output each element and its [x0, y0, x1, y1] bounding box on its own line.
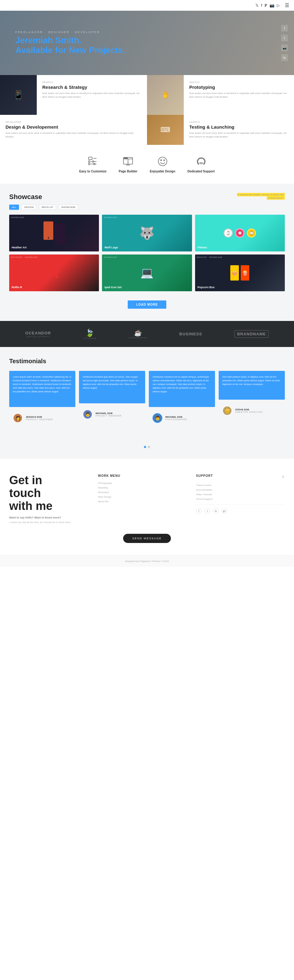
contact-col2-item-3: Illustration [98, 491, 187, 494]
contact-heading: Get in touch with me [9, 474, 89, 512]
send-message-button[interactable]: SEND MESSAGE [123, 534, 171, 543]
testimonials-section: Testimonials Lorem ipsum dolor sit amet,… [0, 347, 294, 459]
service-tag-1: SEARCH [42, 81, 141, 83]
showcase-item-wolf-logo[interactable]: SHOWCASE 🐺 Wolf Logo [102, 215, 192, 251]
testimonial-text-3: Vestibulum maximus est eu sapien tempus,… [153, 375, 211, 393]
contact-col2-item-5: About Me [98, 500, 187, 503]
svg-point-5 [92, 161, 94, 162]
page-builder-icon [122, 156, 134, 167]
hero-content: FREELANCER · DESIGNER · DEVELOPER Jeremi… [0, 21, 140, 64]
service-title-1: Research & Strategy [42, 84, 141, 90]
svg-rect-0 [89, 157, 92, 159]
service-img-prototyping: ✋ [147, 75, 184, 115]
pinterest-nav-icon[interactable]: 𝐏 [265, 3, 267, 8]
dot-1[interactable] [144, 446, 146, 448]
contact-col2-item-1: Photography [98, 482, 187, 485]
svg-point-13 [127, 158, 127, 158]
filter-mockup[interactable]: MOCK-UP [39, 205, 56, 210]
contact-grid: Get in touch with me Want to say hello? … [9, 474, 285, 525]
svg-point-17 [161, 160, 161, 161]
testimonial-role-1: PRODUCT DESIGNER [26, 418, 53, 420]
customize-icon [87, 156, 99, 167]
contact-col2-item-2: Branding [98, 486, 187, 489]
testimonial-card-inner-3: Vestibulum maximus est eu sapien tempus,… [149, 371, 215, 407]
item-label-4: Rollin R [12, 286, 22, 289]
dot-2[interactable] [148, 446, 150, 448]
service-tag-3: DEVELOPER [5, 121, 141, 123]
svg-point-16 [158, 157, 167, 166]
svg-rect-1 [89, 161, 90, 162]
service-img-testing: ⌨ [147, 115, 184, 145]
send-message-wrap: SEND MESSAGE [9, 534, 285, 552]
contact-intro: Want to say hello? Want to know more? [9, 516, 89, 519]
svg-point-6 [94, 163, 95, 165]
hero-social: f t 📷 in [281, 25, 288, 61]
showcase-grid: SHOWCASE 📱 Heather Art SHOWCASE 🐺 Wolf L… [9, 215, 285, 291]
showcase-item-fitness[interactable]: ⌚ ⌚ ⌚ Fitness [195, 215, 285, 251]
testimonial-avatar-2: 👨 [83, 409, 92, 419]
testimonial-card-inner-2: Vestibulum tincidunt quis libero at curs… [79, 371, 145, 403]
load-more-button[interactable]: LOAD MORE [128, 301, 166, 309]
testimonial-text-2: Vestibulum tincidunt quis libero at curs… [83, 375, 141, 390]
twitter-nav-icon[interactable]: 𝕏 [256, 3, 259, 8]
item-tag-4: DOYOUZE · SHOWCASE [11, 256, 38, 258]
testimonial-card-3: Vestibulum maximus est eu sapien tempus,… [149, 371, 215, 438]
hero-subtitle: FREELANCER · DESIGNER · DEVELOPER [15, 30, 125, 34]
service-card-testing: LAUNCH Testing & Launching Duis autem ve… [184, 115, 294, 145]
filter-design[interactable]: DESIGN [21, 205, 37, 210]
service-card-design: DEVELOPER Design & Developement Duis aut… [0, 115, 147, 145]
item-label-3: Fitness [197, 246, 207, 249]
contact-col3-item-2: Documentation [196, 488, 285, 491]
feature-pagebuilder: Page Builder [119, 156, 138, 173]
testimonial-card-2: Vestibulum tincidunt quis libero at curs… [79, 371, 145, 438]
service-text-2: Duis autem vel eum iriure dolor in hendr… [189, 92, 289, 99]
client-leaf: 🍃 freehand [83, 329, 97, 339]
hero-facebook-icon[interactable]: f [281, 25, 288, 32]
hero-twitter-icon[interactable]: t [281, 35, 288, 41]
service-text-4: Duis autem vel eum iriure dolor in hendr… [189, 131, 289, 139]
service-card-prototyping: SKETCH Prototyping Duis autem vel eum ir… [184, 75, 294, 115]
service-img-research: 📱 [0, 75, 37, 115]
testimonial-name-3: MICHAEL DOE [165, 415, 187, 418]
client-coffee: ☕ coffeehouse [129, 329, 147, 339]
feature-customize: Easy to Customize [79, 156, 106, 173]
testimonial-role-2: PROJECT MANAGER [95, 415, 122, 417]
showcase-item-popcorn-box[interactable]: MOCKUP · SHOWCASE 🍿 🍿 Popcorn Box [195, 255, 285, 291]
showcase-note: It may be the media's version of words l… [237, 193, 285, 200]
feature-enjoyable: Enjoyable Design [150, 156, 175, 173]
hero-linkedin-icon[interactable]: in [281, 54, 288, 61]
showcase-item-heather-art[interactable]: SHOWCASE 📱 Heather Art [9, 215, 99, 251]
service-tag-2: SKETCH [189, 81, 289, 83]
contact-description: I check my mail all the time, so I shoul… [9, 520, 89, 525]
social-f-icon[interactable]: f [196, 508, 202, 514]
vimeo-nav-icon[interactable]: ▷ [277, 3, 280, 8]
testimonial-card-inner-1: Lorem ipsum dolor sit amet, consectetur … [9, 371, 75, 407]
testimonial-text-4: Sed vitae pretium turpis, in dapibus nun… [222, 375, 281, 386]
service-text-1: Duis autem vel eum iriure dolor in hendr… [42, 92, 141, 99]
feature-support: Dedicated Support [188, 156, 215, 173]
hero-instagram-icon[interactable]: 📷 [281, 45, 288, 51]
hero-title: Jeremiah Smith. Available for New Projec… [15, 35, 125, 55]
client-brandname: BRANDNAME [234, 330, 269, 338]
showcase-item-rollin-r[interactable]: DOYOUZE · SHOWCASE R Rollin R [9, 255, 99, 291]
social-in-icon[interactable]: in [213, 508, 219, 514]
service-text-3: Duis autem vel eum iriure dolor in hendr… [5, 131, 141, 139]
showcase-header: Showcase It may be the media's version o… [9, 193, 285, 201]
hero-section: FREELANCER · DESIGNER · DEVELOPER Jeremi… [0, 11, 294, 75]
client-oceandor: OCEANDOR quality product [25, 331, 51, 337]
load-more-wrap: LOAD MORE [9, 298, 285, 318]
contact-section: Get in touch with me Want to say hello? … [0, 459, 294, 555]
showcase-filters: ALL DESIGN MOCK-UP SHOWCASE [9, 205, 285, 210]
instagram-nav-icon[interactable]: 📷 [270, 3, 274, 8]
facebook-nav-icon[interactable]: f [261, 3, 262, 8]
filter-showcase[interactable]: SHOWCASE [59, 205, 78, 210]
testimonial-avatar-3: 👨 [153, 413, 162, 423]
contact-social: f t in g+ [196, 508, 285, 514]
filter-all[interactable]: ALL [9, 205, 19, 210]
showcase-item-ipad-iconset[interactable]: SHOWCASE 💻 Ipad Icon Set [102, 255, 192, 291]
social-t-icon[interactable]: t [205, 508, 210, 514]
testimonial-card-1: Lorem ipsum dolor sit amet, consectetur … [9, 371, 75, 438]
contact-col3-title-row: SUPPORT + [196, 474, 285, 480]
hamburger-menu-icon[interactable]: ☰ [285, 2, 289, 8]
social-gplus-icon[interactable]: g+ [222, 508, 227, 514]
